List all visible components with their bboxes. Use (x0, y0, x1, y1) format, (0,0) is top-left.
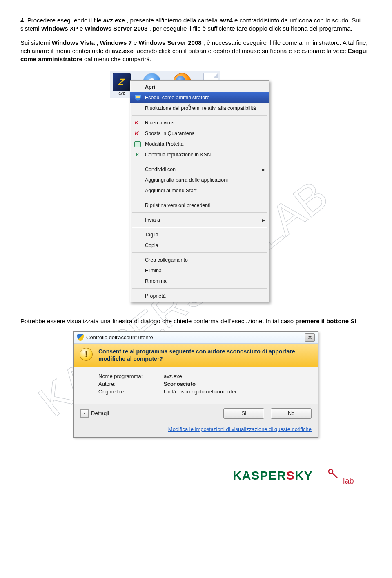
no-button[interactable]: No (271, 408, 312, 419)
safe-mode-icon (134, 141, 141, 147)
details-toggle[interactable]: ▾ Dettagli (80, 409, 109, 418)
uac-value-program: avz.exe (164, 373, 182, 379)
uac-settings-link-row: Modifica le impostazioni di visualizzazi… (74, 424, 318, 437)
uac-dialog: Controllo dell'account utente ✕ ! Consen… (74, 331, 318, 438)
menu-item-pin-taskbar[interactable]: Aggiungi alla barra delle applicazioni (130, 175, 269, 185)
paragraph-confirm: Potrebbe essere visualizzata una finestr… (20, 317, 372, 325)
menu-item-safe-mode[interactable]: Modalità Protetta (130, 139, 269, 149)
uac-label-program: Nome programma: (98, 373, 164, 379)
uac-settings-link[interactable]: Modifica le impostazioni di visualizzazi… (168, 426, 312, 432)
ksn-icon: K (136, 152, 139, 157)
uac-title-text: Controllo dell'account utente (86, 334, 153, 340)
uac-value-author: Sconosciuto (164, 381, 196, 387)
menu-item-pin-start[interactable]: Aggiungi al menu Start (130, 185, 269, 196)
svg-text:lab: lab (343, 476, 354, 485)
screenshot-context-menu: Z avz ? Apri Esegui come amministratore … (110, 71, 282, 304)
context-menu: Apri Esegui come amministratore Risoluzi… (130, 80, 270, 302)
menu-item-properties[interactable]: Proprietà (130, 291, 269, 301)
paragraph-step4: 4. Procedere eseguendo il file avz.exe ,… (20, 16, 372, 33)
term-windows-server-2003: Windows Server 2003 (85, 25, 147, 32)
term-windows-vista: Windows Vista (52, 39, 95, 46)
uac-titlebar: Controllo dell'account utente ✕ (74, 332, 318, 344)
submenu-arrow-icon: ▶ (262, 167, 265, 172)
term-press-yes: premere il bottone Sì (295, 318, 356, 325)
warning-icon: ! (80, 348, 93, 361)
uac-shield-icon (77, 334, 84, 341)
term-windows-server-2008: Windows Server 2008 (139, 39, 202, 46)
menu-item-ksn[interactable]: K Controlla reputazione in KSN (130, 149, 269, 160)
brand-logo: KASPERSKY lab (20, 466, 372, 487)
term-avz-exe: avz.exe (103, 17, 125, 24)
paragraph-vista: Sui sistemi Windows Vista , Windows 7 e … (20, 39, 372, 64)
avz-icon-label: avz (113, 91, 131, 96)
svg-point-2 (329, 469, 333, 474)
uac-question: Consentire al programma seguente con aut… (98, 348, 312, 362)
submenu-arrow-icon: ▶ (262, 218, 265, 222)
term-windows-7: Windows 7 (100, 39, 132, 46)
uac-label-origin: Origine file: (98, 389, 164, 395)
uac-value-origin: Unità disco rigido nel computer (164, 389, 236, 395)
term-avz4: avz4 (219, 17, 233, 24)
svg-text:KASPERSKY: KASPERSKY (233, 469, 313, 482)
menu-item-copy[interactable]: Copia (130, 240, 269, 251)
yes-button[interactable]: Sì (223, 408, 264, 419)
term-avz-exe-2: avz.exe (111, 47, 133, 54)
menu-item-compat-troubleshoot[interactable]: Risoluzione dei problemi relativi alla c… (130, 103, 269, 113)
menu-item-scan-virus[interactable]: Ricerca virus (130, 118, 269, 128)
menu-item-open[interactable]: Apri (130, 82, 269, 92)
menu-item-run-as-admin[interactable]: Esegui come amministratore (130, 92, 269, 103)
uac-warning-bar: ! Consentire al programma seguente con a… (74, 344, 318, 367)
term-windows-xp: Windows XP (41, 25, 78, 32)
kaspersky-k-icon (135, 131, 140, 136)
avz-desktop-icon[interactable]: Z avz (113, 73, 131, 96)
menu-item-quarantine[interactable]: Sposta in Quarantena (130, 128, 269, 139)
menu-item-delete[interactable]: Elimina (130, 265, 269, 276)
uac-label-author: Autore: (98, 381, 164, 387)
uac-body: Nome programma: avz.exe Autore: Sconosci… (74, 367, 318, 404)
avz-shield-icon: Z (113, 73, 131, 91)
menu-item-share[interactable]: Condividi con ▶ (130, 164, 269, 175)
step-number: 4. (20, 17, 27, 24)
menu-item-rename[interactable]: Rinomina (130, 276, 269, 287)
chevron-down-icon: ▾ (80, 409, 89, 418)
uac-footer: ▾ Dettagli Sì No (74, 404, 318, 424)
close-button[interactable]: ✕ (305, 333, 315, 342)
menu-item-create-shortcut[interactable]: Crea collegamento (130, 255, 269, 265)
menu-item-cut[interactable]: Taglia (130, 229, 269, 240)
menu-item-send-to[interactable]: Invia a ▶ (130, 215, 269, 225)
kaspersky-k-icon (135, 120, 140, 126)
footer-separator (20, 462, 372, 462)
menu-item-restore-versions[interactable]: Ripristina versioni precedenti (130, 200, 269, 211)
shield-icon (135, 95, 141, 101)
